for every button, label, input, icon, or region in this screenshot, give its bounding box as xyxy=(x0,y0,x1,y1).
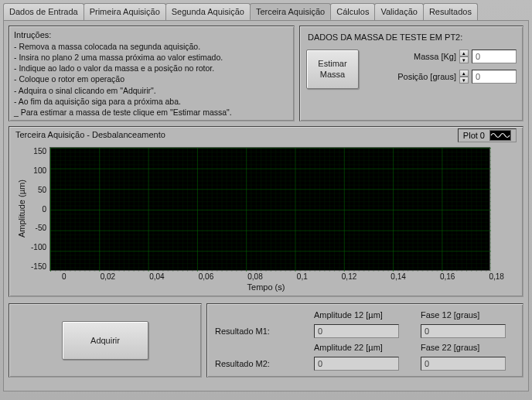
ytick: -150 xyxy=(31,262,46,271)
tab-terceira-aquisicao[interactable]: Terceira Aquisição xyxy=(250,3,331,20)
mass-input[interactable] xyxy=(472,50,517,63)
mass-spinner[interactable]: ▴ ▾ xyxy=(459,50,469,63)
chevron-up-icon[interactable]: ▴ xyxy=(459,70,469,77)
chevron-down-icon[interactable]: ▾ xyxy=(459,56,469,63)
chart-y-ticks: 150 100 50 0 -50 -100 -150 xyxy=(28,147,49,271)
xtick: 0,04 xyxy=(149,272,164,281)
instruction-line: - Indique ao lado o valor da massa e a p… xyxy=(14,63,289,74)
legend-swatch[interactable] xyxy=(489,130,511,141)
chart-legend: Plot 0 xyxy=(458,128,517,142)
svg-rect-1 xyxy=(50,148,491,272)
tab-dados-entrada[interactable]: Dados de Entrada xyxy=(3,3,84,20)
tab-calculos[interactable]: Cálculos xyxy=(330,3,375,20)
ytick: -50 xyxy=(31,224,46,232)
amp12-header: Amplitude 12 [µm] xyxy=(314,310,407,320)
tab-validacao[interactable]: Validação xyxy=(374,3,424,20)
amp22-value xyxy=(314,357,399,371)
fase22-value xyxy=(421,357,506,371)
xtick: 0,16 xyxy=(440,272,455,281)
ytick: 100 xyxy=(31,166,46,175)
ytick: 0 xyxy=(31,205,46,214)
result-m1-label: Resultado M1: xyxy=(215,326,300,336)
position-label: Posição [graus] xyxy=(397,72,456,81)
instruction-line: _ Para estimar a massa de teste clique e… xyxy=(14,107,289,118)
results-panel: Amplitude 12 [µm] Fase 12 [graus] Result… xyxy=(206,303,523,378)
estimate-mass-button[interactable]: Estimar Massa xyxy=(306,50,359,89)
xtick: 0,12 xyxy=(342,272,356,281)
xtick: 0,14 xyxy=(390,272,405,281)
mass-data-title: DADOS DA MASSA DE TESTE EM PT2: xyxy=(308,32,515,42)
tab-segunda-aquisicao[interactable]: Segunda Aquisição xyxy=(165,3,251,20)
mass-label: Massa [Kg] xyxy=(414,52,456,61)
xtick: 0,02 xyxy=(101,272,115,281)
fase12-value xyxy=(421,324,506,338)
tab-resultados[interactable]: Resultados xyxy=(423,3,478,20)
instruction-line: - Insira no plano 2 uma massa próxima ao… xyxy=(14,52,289,63)
fase12-header: Fase 12 [graus] xyxy=(421,310,513,320)
chevron-up-icon[interactable]: ▴ xyxy=(459,50,469,56)
legend-label: Plot 0 xyxy=(463,131,485,140)
instructions-title: Intruções: xyxy=(14,29,289,41)
app-window: Dados de Entrada Primeira Aquisição Segu… xyxy=(0,0,532,400)
chevron-down-icon[interactable]: ▾ xyxy=(459,77,469,84)
chart-panel: Terceira Aquisição - Desbalanceamento Pl… xyxy=(9,126,523,297)
result-m2-label: Resultado M2: xyxy=(215,359,300,368)
chart-x-ticks: 0 0,02 0,04 0,06 0,08 0,1 0,12 0,14 0,16… xyxy=(62,272,504,281)
tab-bar: Dados de Entrada Primeira Aquisição Segu… xyxy=(3,3,529,20)
ytick: 50 xyxy=(31,186,46,194)
chart-title: Terceira Aquisição - Desbalanceamento xyxy=(15,130,517,139)
chart-plot-area[interactable] xyxy=(49,147,490,271)
instruction-line: - Remova a massa colocada na segunda aqu… xyxy=(14,41,289,52)
fase22-header: Fase 22 [graus] xyxy=(421,343,513,352)
ytick: -100 xyxy=(31,243,46,251)
ytick: 150 xyxy=(31,147,46,156)
xtick: 0,06 xyxy=(199,272,213,281)
xtick: 0 xyxy=(62,272,66,281)
instruction-line: - Coloque o rotor em operação xyxy=(14,74,289,84)
chart-x-axis-label: Tempo (s) xyxy=(15,282,517,292)
xtick: 0,18 xyxy=(489,272,503,281)
instructions-panel: Intruções: - Remova a massa colocada na … xyxy=(9,26,295,121)
chart-y-axis-label: Amplitude (µm) xyxy=(15,147,28,271)
xtick: 0,08 xyxy=(247,272,262,281)
tab-primeira-aquisicao[interactable]: Primeira Aquisição xyxy=(84,3,166,20)
xtick: 0,1 xyxy=(297,272,308,281)
amp22-header: Amplitude 22 [µm] xyxy=(314,343,407,352)
amp12-value xyxy=(314,324,399,338)
position-input[interactable] xyxy=(472,70,517,84)
mass-data-panel: DADOS DA MASSA DE TESTE EM PT2: Estimar … xyxy=(299,26,523,121)
acquire-button[interactable]: Adquirir xyxy=(62,321,148,360)
acquire-panel: Adquirir xyxy=(9,303,202,378)
instruction-line: - Ao fim da aquisição siga para a próxim… xyxy=(14,96,289,107)
position-spinner[interactable]: ▴ ▾ xyxy=(459,70,469,84)
chart-grid xyxy=(50,148,491,272)
tab-panel: Intruções: - Remova a massa colocada na … xyxy=(3,20,529,391)
instruction-line: - Adquira o sinal clicando em "Adquirir"… xyxy=(14,85,289,96)
